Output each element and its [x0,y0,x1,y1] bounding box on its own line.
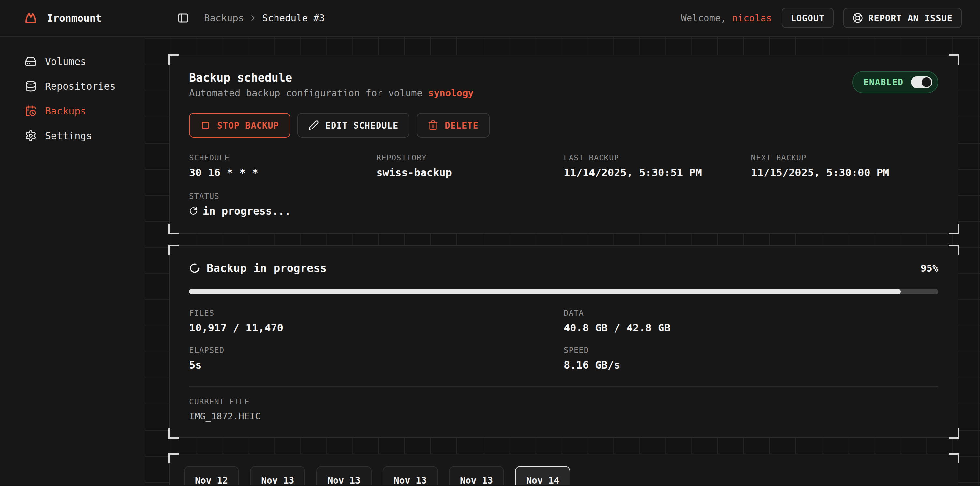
corner-bracket [168,428,179,439]
logout-button[interactable]: LOGOUT [782,8,834,28]
field-value: swiss-backup [377,166,564,179]
enabled-toggle[interactable]: ENABLED [852,71,938,93]
volume-name: synology [428,88,474,99]
snapshot-date: Nov 13 [390,475,431,485]
database-icon [25,80,37,92]
sidebar-item-label: Backups [45,105,86,117]
corner-bracket [949,54,959,65]
breadcrumb-current: Schedule #3 [262,13,325,24]
progress-fill [189,289,901,294]
snapshot-date: Nov 14 [522,475,563,485]
calendar-clock-icon [25,105,37,117]
snapshot-chip[interactable]: Nov 13 08:52 PM 92.2 GB [449,466,504,485]
stat-label: DATA [564,309,938,318]
current-file-label: CURRENT FILE [189,397,938,406]
snapshot-chip[interactable]: Nov 12 05:30 PM 92.2 GB [184,466,239,485]
field-status: STATUS in progress... [189,192,938,217]
stat-files: FILES 10,917 / 11,470 [189,309,564,334]
edit-schedule-button[interactable]: EDIT SCHEDULE [298,113,409,138]
progress-percent: 95% [921,263,938,274]
brand-name: Ironmount [47,12,102,24]
panel-left-icon[interactable] [177,12,189,24]
corner-bracket [949,428,959,439]
progress-bar [189,289,938,294]
toggle-switch[interactable] [911,76,932,88]
snapshot-date: Nov 12 [191,475,232,485]
delete-label: DELETE [445,120,479,131]
breadcrumb: Backups Schedule #3 [204,13,325,24]
corner-bracket [949,245,959,255]
stat-label: ELAPSED [189,346,564,355]
main-content: Backup schedule Automated backup configu… [145,37,980,485]
field-label: SCHEDULE [189,153,377,163]
stat-data: DATA 40.8 GB / 42.8 GB [564,309,938,334]
mountain-logo-icon [24,11,38,25]
corner-bracket [949,224,959,234]
snapshot-chip[interactable]: Nov 13 05:30 PM 92.2 GB [250,466,305,485]
sidebar-item-label: Volumes [45,56,86,67]
brand: Ironmount [0,11,145,25]
pencil-icon [309,120,319,131]
status-text: in progress... [203,205,291,217]
snapshot-date: Nov 13 [456,475,497,485]
topbar: Ironmount Backups Schedule #3 Welcome, n… [0,0,980,37]
field-last-backup: LAST BACKUP 11/14/2025, 5:30:51 PM [564,153,751,179]
sidebar-item-repositories[interactable]: Repositories [16,76,137,97]
report-issue-label: REPORT AN ISSUE [868,13,953,23]
progress-title: Backup in progress [207,261,327,275]
divider [189,386,938,387]
trash-icon [428,120,438,131]
sidebar-item-label: Settings [45,130,92,142]
stop-icon [200,120,211,131]
breadcrumb-section[interactable]: Backups [204,13,244,24]
stop-backup-label: STOP BACKUP [217,120,279,131]
chevron-right-icon [248,13,258,22]
rotate-cw-icon [189,207,197,215]
sidebar-item-settings[interactable]: Settings [16,125,137,146]
stat-label: SPEED [564,346,938,355]
snapshot-date: Nov 13 [257,475,298,485]
logout-label: LOGOUT [791,13,825,23]
backup-progress-card: Backup in progress 95% FILES 10,917 / 11… [169,245,958,438]
stat-value: 10,917 / 11,470 [189,322,564,334]
corner-bracket [168,453,179,464]
corner-bracket [949,453,959,464]
card-title: Backup schedule [189,71,474,84]
current-file: CURRENT FILE IMG_1872.HEIC [189,397,938,422]
welcome-text: Welcome, nicolas [681,13,772,24]
snapshot-timeline-card: Nov 12 05:30 PM 92.2 GB Nov 13 05:30 PM … [169,454,958,485]
stat-value: 40.8 GB / 42.8 GB [564,322,938,334]
snapshot-chip-selected[interactable]: Nov 14 05:30 PM 92.2 GB [515,466,570,485]
hard-drive-icon [25,56,37,67]
sidebar-item-backups[interactable]: Backups [16,100,137,121]
delete-button[interactable]: DELETE [417,113,490,138]
stat-label: FILES [189,309,564,318]
stat-speed: SPEED 8.16 GB/s [564,346,938,371]
field-next-backup: NEXT BACKUP 11/15/2025, 5:30:00 PM [751,153,939,179]
corner-bracket [168,245,179,255]
current-file-value: IMG_1872.HEIC [189,411,938,422]
field-value: 30 16 * * * [189,166,377,179]
sidebar-item-volumes[interactable]: Volumes [16,51,137,72]
edit-schedule-label: EDIT SCHEDULE [325,120,398,131]
gear-icon [25,130,37,142]
lifebuoy-icon [853,13,863,23]
field-schedule: SCHEDULE 30 16 * * * [189,153,377,179]
field-label: STATUS [189,192,938,201]
stop-backup-button[interactable]: STOP BACKUP [189,113,290,138]
card-subtitle: Automated backup configuration for volum… [189,88,474,99]
corner-bracket [168,224,179,234]
field-label: LAST BACKUP [564,153,751,163]
report-issue-button[interactable]: REPORT AN ISSUE [843,8,962,28]
snapshot-chip[interactable]: Nov 13 06:05 PM 92.2 GB [383,466,438,485]
stat-elapsed: ELAPSED 5s [189,346,564,371]
corner-bracket [168,54,179,65]
snapshot-chip[interactable]: Nov 13 06:04 PM 92.2 GB [316,466,371,485]
field-value: 11/14/2025, 5:30:51 PM [564,166,751,179]
stat-value: 5s [189,359,564,371]
sidebar: Volumes Repositories Backups [0,37,145,485]
field-value: 11/15/2025, 5:30:00 PM [751,166,939,179]
backup-schedule-card: Backup schedule Automated backup configu… [169,55,958,234]
toggle-knob [922,77,931,87]
field-repository: REPOSITORY swiss-backup [377,153,564,179]
